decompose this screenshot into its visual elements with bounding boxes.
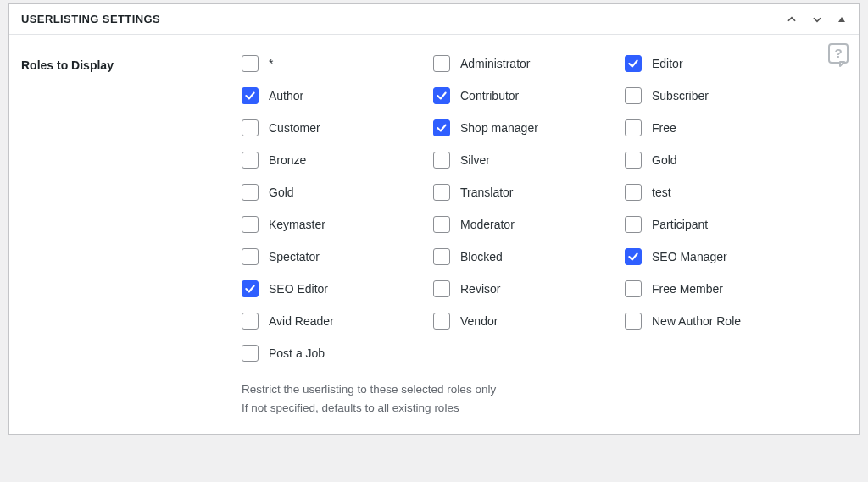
checkbox-label: Shop manager (460, 121, 538, 135)
checkbox-label: Free (652, 121, 676, 135)
desc-line: Restrict the userlisting to these select… (242, 380, 847, 399)
checkbox-label: test (652, 186, 671, 199)
role-checkbox-item: Blocked (433, 248, 625, 265)
role-checkbox-item: Free (625, 119, 816, 136)
checkbox[interactable] (625, 313, 642, 330)
checkbox[interactable] (242, 216, 259, 233)
checkbox-label: Avid Reader (269, 314, 334, 328)
svg-marker-2 (840, 62, 844, 66)
checkbox-label: Bronze (269, 153, 306, 167)
checkbox[interactable] (433, 87, 450, 104)
svg-text:?: ? (834, 46, 842, 60)
checkbox[interactable] (242, 280, 259, 297)
role-checkbox-item: Moderator (433, 216, 625, 233)
role-checkbox-item: Vendor (433, 313, 625, 330)
checkbox-label: Gold (652, 153, 677, 167)
role-checkbox-item: New Author Role (625, 313, 816, 330)
role-checkbox-item: Spectator (242, 248, 433, 265)
role-checkbox-item: Administrator (433, 55, 625, 72)
role-checkbox-item: Contributor (433, 87, 625, 104)
checkbox[interactable] (625, 248, 642, 265)
role-checkbox-item: test (625, 184, 816, 201)
checkbox[interactable] (625, 119, 642, 136)
checkbox-label: Author (269, 89, 303, 102)
checkbox-label: Silver (460, 153, 490, 167)
checkbox[interactable] (433, 280, 450, 297)
checkbox[interactable] (433, 55, 450, 72)
checkbox[interactable] (625, 184, 642, 201)
checkbox[interactable] (625, 216, 642, 233)
checkbox[interactable] (433, 248, 450, 265)
role-checkbox-item: Gold (625, 152, 816, 169)
roles-column: *AuthorCustomerBronzeGoldKeymasterSpecta… (242, 55, 433, 362)
checkbox-label: Vendor (460, 314, 498, 328)
roles-field-label: Roles to Display (21, 55, 242, 72)
checkbox-label: SEO Manager (652, 250, 727, 263)
collapse-icon[interactable] (837, 14, 847, 25)
checkbox-label: Revisor (460, 282, 500, 296)
checkbox-label: New Author Role (652, 314, 741, 328)
role-checkbox-item: SEO Editor (242, 280, 433, 297)
role-checkbox-item: Participant (625, 216, 816, 233)
checkbox[interactable] (625, 280, 642, 297)
checkbox-label: Customer (269, 121, 320, 135)
panel-title: USERLISTING SETTINGS (21, 13, 160, 25)
svg-marker-0 (838, 17, 845, 22)
role-checkbox-item: Revisor (433, 280, 625, 297)
role-checkbox-item: Customer (242, 119, 433, 136)
checkbox-label: * (269, 57, 273, 70)
checkbox[interactable] (433, 119, 450, 136)
checkbox[interactable] (625, 55, 642, 72)
desc-line: If not specified, defaults to all existi… (242, 399, 847, 418)
checkbox[interactable] (242, 119, 259, 136)
role-checkbox-item: Avid Reader (242, 313, 433, 330)
role-checkbox-item: Gold (242, 184, 433, 201)
checkbox[interactable] (242, 152, 259, 169)
checkbox-label: Spectator (269, 250, 320, 263)
checkbox[interactable] (625, 87, 642, 104)
checkbox[interactable] (242, 248, 259, 265)
checkbox-label: Administrator (460, 57, 530, 70)
role-checkbox-item: Bronze (242, 152, 433, 169)
field-description: Restrict the userlisting to these select… (242, 380, 847, 417)
role-checkbox-item: * (242, 55, 433, 72)
panel-header: USERLISTING SETTINGS (9, 4, 859, 35)
checkbox-label: Subscriber (652, 89, 709, 102)
roles-field-content: *AuthorCustomerBronzeGoldKeymasterSpecta… (242, 55, 847, 417)
role-checkbox-item: Editor (625, 55, 816, 72)
roles-grid: *AuthorCustomerBronzeGoldKeymasterSpecta… (242, 55, 847, 362)
move-up-icon[interactable] (786, 14, 798, 25)
checkbox-label: Contributor (460, 89, 519, 102)
roles-field-row: Roles to Display *AuthorCustomerBronzeGo… (21, 55, 847, 417)
role-checkbox-item: Silver (433, 152, 625, 169)
roles-column: AdministratorContributorShop managerSilv… (433, 55, 625, 362)
panel-controls (786, 14, 847, 25)
checkbox[interactable] (433, 216, 450, 233)
checkbox-label: Post a Job (269, 346, 325, 360)
roles-column: EditorSubscriberFreeGoldtestParticipantS… (625, 55, 816, 362)
help-icon[interactable]: ? (828, 43, 849, 70)
role-checkbox-item: Subscriber (625, 87, 816, 104)
checkbox-label: Keymaster (269, 218, 326, 231)
role-checkbox-item: Post a Job (242, 345, 433, 362)
checkbox-label: Editor (652, 57, 683, 70)
checkbox-label: Blocked (460, 250, 503, 263)
role-checkbox-item: SEO Manager (625, 248, 816, 265)
role-checkbox-item: Translator (433, 184, 625, 201)
checkbox[interactable] (242, 184, 259, 201)
checkbox[interactable] (242, 87, 259, 104)
checkbox[interactable] (433, 313, 450, 330)
checkbox[interactable] (242, 55, 259, 72)
checkbox[interactable] (433, 184, 450, 201)
role-checkbox-item: Shop manager (433, 119, 625, 136)
checkbox[interactable] (433, 152, 450, 169)
panel-body: ? Roles to Display *AuthorCustomerBronze… (9, 35, 859, 434)
checkbox-label: Participant (652, 218, 708, 231)
checkbox[interactable] (625, 152, 642, 169)
move-down-icon[interactable] (811, 14, 823, 25)
checkbox-label: Translator (460, 186, 514, 199)
checkbox[interactable] (242, 313, 259, 330)
checkbox[interactable] (242, 345, 259, 362)
checkbox-label: Moderator (460, 218, 515, 231)
settings-panel: USERLISTING SETTINGS ? Roles to Display (8, 3, 860, 435)
